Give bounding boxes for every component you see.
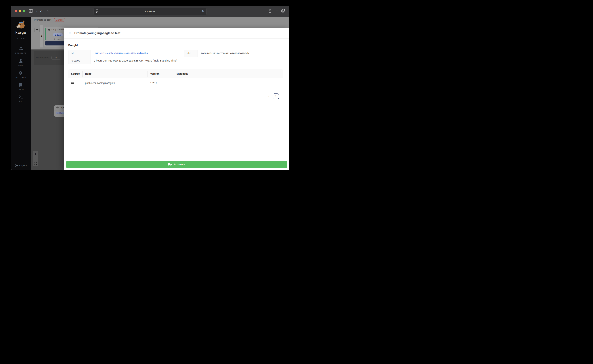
source-cell xyxy=(68,82,82,84)
screen: ⌄ ‹ › localhost ↻ + xyxy=(0,0,297,182)
sidebar-item-label: CLI xyxy=(19,100,22,102)
promote-button-label: Promote xyxy=(174,163,185,166)
browser-window: ⌄ ‹ › localhost ↻ + xyxy=(11,6,289,170)
freight-id-link[interactable]: d532e1f7bcc80bc4b3580c4a35c3fbfa31d195b9 xyxy=(91,50,184,57)
freight-created-value: 2 hours , on Tue May 20 2025 19:35:38 GM… xyxy=(91,57,283,64)
promote-mode-text: Promote to xyxy=(34,19,46,21)
modal-body: Freight id d532e1f7bcc80bc4b3580c4a35c3f… xyxy=(64,39,289,159)
sidebar-item-label: SETTINGS xyxy=(15,76,26,78)
user-icon xyxy=(19,59,23,63)
projects-boxes-icon xyxy=(19,47,23,51)
column-header-metadata: Metadata xyxy=(174,72,283,75)
fit-view-button[interactable] xyxy=(33,161,38,166)
back-button[interactable]: ‹ xyxy=(40,9,42,13)
app-version: v1.5.0 xyxy=(17,37,25,40)
chevron-down-icon[interactable]: ⌄ xyxy=(36,9,38,12)
tab-overview-icon[interactable] xyxy=(281,9,285,13)
freight-version-badge[interactable]: 1.28.0 xyxy=(53,33,63,36)
warehouse-card-header: kargo-demo xyxy=(48,28,64,31)
logout-button[interactable]: Logout xyxy=(11,164,31,167)
pagination-next-icon[interactable]: › xyxy=(282,95,283,98)
repo-cell: public.ecr.aws/nginx/nginx xyxy=(82,82,148,84)
promote-mode-bar: Promote to test Cancel xyxy=(31,17,289,23)
cli-terminal-icon xyxy=(19,95,23,99)
kargo-sidebar: kargo v1.5.0 PROJECTS xyxy=(11,17,31,170)
freight-heading: Freight xyxy=(68,44,285,47)
promote-stage-name: test xyxy=(47,19,51,21)
sidebar-toggle-icon[interactable] xyxy=(29,9,33,13)
sidebar-item-settings[interactable]: SETTINGS xyxy=(15,71,26,78)
warehouses-label: Warehouses: xyxy=(36,56,50,59)
version-cell: 1.28.0 xyxy=(148,82,174,84)
modal-header: ✕ Promote youngling-eagle to test xyxy=(64,28,289,39)
window-controls xyxy=(15,10,25,13)
logout-label: Logout xyxy=(19,164,27,167)
warehouse-icon xyxy=(48,28,50,31)
freight-created-label: created xyxy=(68,57,91,64)
freight-descriptions-table: id d532e1f7bcc80bc4b3580c4a35c3fbfa31d19… xyxy=(68,50,283,64)
zoom-out-button[interactable]: − xyxy=(33,156,38,161)
freight-uid-value: 80664af7-2821-4709-911a-366045e8504b xyxy=(198,50,283,57)
forward-button[interactable]: › xyxy=(47,9,49,13)
fullscreen-brackets-icon xyxy=(34,162,37,165)
minimize-window-button[interactable] xyxy=(19,10,21,13)
toolbar-divider xyxy=(34,9,34,14)
url-text: localhost xyxy=(145,10,155,13)
promote-button[interactable]: Promote xyxy=(66,161,287,168)
app-frame: kargo v1.5.0 PROJECTS xyxy=(11,17,289,170)
browser-toolbar: ⌄ ‹ › localhost ↻ + xyxy=(11,6,289,17)
promote-modal: ✕ Promote youngling-eagle to test Freigh… xyxy=(64,28,289,170)
metadata-cell: - xyxy=(174,82,283,84)
sidebar-item-label: DOCS xyxy=(18,88,24,90)
modal-title: Promote youngling-eagle to test xyxy=(74,31,120,35)
pagination-page-1[interactable]: 1 xyxy=(273,93,279,99)
close-icon[interactable]: ✕ xyxy=(68,31,71,35)
filter-button[interactable] xyxy=(34,28,40,32)
zoom-window-button[interactable] xyxy=(23,10,25,13)
settings-gear-icon xyxy=(19,71,23,75)
pagination: ‹ 1 › xyxy=(68,93,283,99)
modal-footer: Promote xyxy=(64,159,289,170)
warehouses-select[interactable]: All xyxy=(52,56,60,60)
sidebar-item-label: PROJECTS xyxy=(15,52,26,54)
address-bar[interactable]: localhost ↻ xyxy=(94,8,207,15)
canvas-zoom-controls: + − xyxy=(33,151,38,166)
share-icon[interactable] xyxy=(268,9,272,13)
docs-book-icon xyxy=(19,83,23,87)
sidebar-item-cli[interactable]: CLI xyxy=(19,95,23,102)
freight-age-text: 2 hours xyxy=(54,38,62,41)
column-header-source: Source xyxy=(68,72,82,75)
sidebar-item-user[interactable]: USER xyxy=(18,59,24,66)
docker-icon xyxy=(56,106,59,108)
sources-table: Source Repo Version Metadata xyxy=(68,69,283,88)
sidebar-item-label: USER xyxy=(18,64,24,66)
docker-icon xyxy=(71,82,82,84)
kargo-logo[interactable] xyxy=(15,20,26,30)
pagination-prev-icon[interactable]: ‹ xyxy=(268,95,269,98)
sidebar-item-projects[interactable]: PROJECTS xyxy=(15,47,26,54)
page-settings-icon[interactable] xyxy=(96,9,99,13)
freight-id-label: id xyxy=(68,50,91,57)
header-divider xyxy=(82,71,83,78)
sidebar-nav: PROJECTS USER xyxy=(15,47,26,102)
freight-uid-label: uid xyxy=(184,50,198,57)
new-tab-button[interactable]: + xyxy=(276,8,278,13)
filter-funnel-icon xyxy=(36,29,38,31)
collapse-column-icon[interactable]: ◀ xyxy=(40,34,42,37)
truck-icon xyxy=(168,163,172,166)
freight-health-bar xyxy=(45,28,46,40)
column-header-repo: Repo xyxy=(82,72,148,75)
cancel-button[interactable]: Cancel xyxy=(54,18,65,22)
column-header-version: Version xyxy=(148,72,174,75)
header-divider xyxy=(174,71,174,78)
close-window-button[interactable] xyxy=(15,10,17,13)
sources-table-header: Source Repo Version Metadata xyxy=(68,69,283,78)
kargo-wordmark: kargo xyxy=(15,30,26,35)
logout-icon xyxy=(15,164,18,167)
sidebar-item-docs[interactable]: DOCS xyxy=(18,83,24,90)
zoom-in-button[interactable]: + xyxy=(33,151,38,156)
warehouse-card-title: kargo-demo xyxy=(52,28,64,31)
reload-icon[interactable]: ↻ xyxy=(202,9,204,13)
table-row[interactable]: public.ecr.aws/nginx/nginx 1.28.0 - xyxy=(68,78,283,88)
